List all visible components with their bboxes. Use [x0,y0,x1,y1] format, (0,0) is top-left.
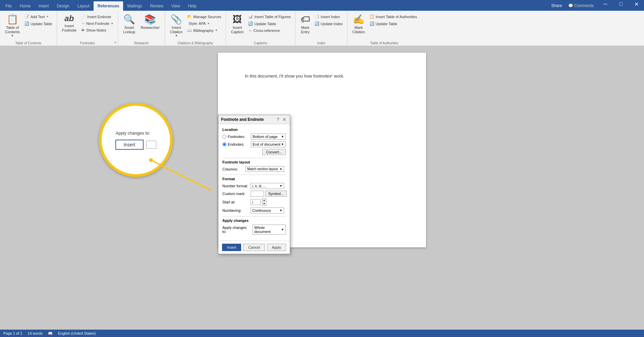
insert-endnote-button[interactable]: 📄 Insert Endnote [79,13,115,20]
insert-button[interactable]: Insert [222,244,241,251]
research-group-label: Research [118,41,165,45]
maximize-button[interactable]: □ [613,0,629,9]
share-button[interactable]: Share [548,2,566,9]
tab-view[interactable]: View [167,1,184,11]
ribbon-group-captions: 🖼 InsertCaption 📊 Insert Table of Figure… [226,11,296,46]
cross-reference-icon: ↔ [248,29,252,33]
apply-changes-to-label: Apply changes to: [222,226,251,234]
tab-home[interactable]: Home [16,1,35,11]
start-at-down[interactable]: ▼ [262,202,266,205]
tab-references[interactable]: References [94,1,123,11]
columns-dropdown[interactable]: Match section layout ▼ [246,166,284,172]
show-notes-icon: 👁 [81,28,85,32]
custom-mark-input[interactable] [251,191,264,197]
add-text-button[interactable]: 📝 Add Text ▼ [23,13,54,20]
insert-table-figures-button[interactable]: 📊 Insert Table of Figures [247,13,292,20]
apply-changes-to-dropdown[interactable]: Whole document ▼ [253,225,286,235]
dialog-title-bar: Footnote and Endnote ? ✕ [218,115,290,124]
tab-file[interactable]: File [1,1,16,11]
update-table-captions-button[interactable]: 🔄 Update Table [247,20,292,27]
style-apa-button[interactable]: Style: APA ▼ [185,20,223,27]
dialog-help-button[interactable]: ? [275,117,280,122]
manage-sources-button[interactable]: 📂 Manage Sources [185,13,223,20]
ribbon-group-index: 🏷 MarkEntry 📑 Insert Index 🔄 Update Inde… [296,11,347,46]
custom-mark-label: Custom mark: [222,192,249,196]
update-index-button[interactable]: 🔄 Update Index [313,20,344,27]
footnotes-group-label: Footnotes [57,41,118,45]
apply-changes-title: Apply changes [222,219,286,223]
smart-lookup-button[interactable]: 🔍 SmartLookup [121,12,138,36]
start-at-input[interactable] [251,199,261,205]
insert-endnote-icon: 📄 [81,14,86,19]
dialog-divider-3 [222,216,286,216]
dialog-divider-1 [222,158,286,158]
endnotes-dropdown-arrow: ▼ [281,143,284,146]
next-footnote-button[interactable]: → Next Footnote ▼ [79,20,115,27]
update-table-captions-icon: 🔄 [248,21,253,26]
number-format-arrow: ▼ [279,184,282,188]
tab-mailings[interactable]: Mailings [123,1,146,11]
footnotes-dropdown[interactable]: Bottom of page ▼ [251,134,286,140]
word-count: 14 words [28,331,43,335]
zoom-line [148,157,215,197]
mark-entry-button[interactable]: 🏷 MarkEntry [298,12,312,36]
svg-line-0 [151,160,211,190]
insert-citation-button[interactable]: 📎 InsertCitation ▼ [168,12,185,39]
update-index-icon: 🔄 [315,21,319,26]
zoom-apply-text: Apply changes to: [115,131,150,136]
captions-group-label: Captions [226,41,296,45]
cross-reference-button[interactable]: ↔ Cross-reference [247,28,292,34]
tab-review[interactable]: Review [146,1,167,11]
update-table-toc-button[interactable]: 🔄 Update Table [23,20,54,27]
close-button[interactable]: ✕ [629,0,644,9]
index-group-label: Index [296,41,347,45]
ribbon-group-footnotes: ab InsertFootnote 📄 Insert Endnote → Nex… [57,11,118,46]
dialog-title: Footnote and Endnote [221,117,264,122]
insert-caption-button[interactable]: 🖼 InsertCaption [229,12,246,36]
number-format-dropdown[interactable]: i, ii, iii, ... ▼ [251,183,284,189]
insert-table-authorities-button[interactable]: 📋 Insert Table of Authorities [368,13,419,20]
footnotes-expand-icon[interactable]: ↗ [114,41,116,44]
symbol-button[interactable]: Symbol... [265,191,287,197]
cancel-button[interactable]: Cancel [243,244,265,251]
endnotes-radio[interactable] [222,142,226,146]
next-footnote-icon: → [81,21,85,26]
insert-index-icon: 📑 [315,14,319,19]
footnote-endnote-dialog: Footnote and Endnote ? ✕ Location Footno… [218,115,290,254]
tab-insert[interactable]: Insert [35,1,53,11]
convert-button[interactable]: Convert... [262,149,286,155]
show-notes-button[interactable]: 👁 Show Notes [79,27,115,33]
insert-index-button[interactable]: 📑 Insert Index [313,13,344,20]
start-at-label: Start at: [222,200,249,204]
manage-sources-icon: 📂 [187,14,192,19]
bibliography-button[interactable]: 📖 Bibliography ▼ [185,27,223,34]
start-at-up[interactable]: ▲ [262,199,266,202]
update-table-authorities-button[interactable]: 🔄 Update Table [368,20,419,27]
number-format-label: Number format: [222,184,249,188]
zoom-insert-button: Insert [115,140,143,150]
insert-footnote-button[interactable]: ab InsertFootnote [60,12,79,34]
ribbon-group-authorities: ✍ MarkCitation 📋 Insert Table of Authori… [347,11,422,46]
language: English (United States) [58,331,96,335]
tab-help[interactable]: Help [184,1,201,11]
footnotes-radio[interactable] [222,135,226,139]
endnotes-dropdown[interactable]: End of document ▼ [251,141,286,147]
page-info: Page 1 of 1 [3,331,22,335]
apply-button[interactable]: Apply [267,244,286,251]
researcher-button[interactable]: 📚 Researcher [138,12,162,32]
ribbon-group-research: 🔍 SmartLookup 📚 Researcher Research [118,11,165,46]
tab-layout[interactable]: Layout [73,1,94,11]
location-section-title: Location [222,128,286,132]
toc-group-label: Table of Contents [0,41,57,45]
tab-design[interactable]: Design [53,1,73,11]
numbering-dropdown[interactable]: Continuous ▼ [251,207,284,213]
table-of-contents-button[interactable]: 📋 Table ofContents ▼ [3,12,22,39]
apply-to-arrow: ▼ [281,228,284,231]
dialog-close-button[interactable]: ✕ [282,117,287,122]
status-bar: Page 1 of 1 14 words 📖 English (United S… [0,330,644,337]
authorities-group-label: Table of Authorities [347,41,422,45]
minimize-button[interactable]: ─ [598,0,613,9]
mark-citation-button[interactable]: ✍ MarkCitation [350,12,367,36]
comments-button[interactable]: 💬 Comments [568,3,594,8]
format-section-title: Format [222,177,286,181]
